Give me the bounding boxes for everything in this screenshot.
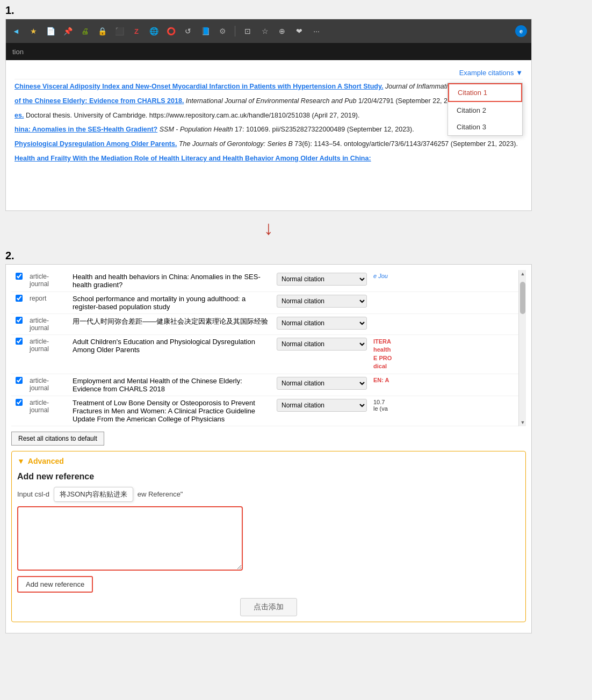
split-icon[interactable]: ⊡ — [242, 25, 254, 37]
arrow-indicator: ↓ — [5, 215, 532, 241]
citation-1-item[interactable]: Citation 1 — [448, 83, 522, 102]
input-row: Input csl-d 将JSON内容粘贴进来 ew Reference" — [17, 487, 520, 502]
box-icon[interactable]: ⬛ — [113, 25, 125, 37]
back-icon[interactable]: ◄ — [10, 25, 22, 37]
list-item: hina: Anomalies in the SES-Health Gradie… — [15, 125, 523, 135]
row-checkbox[interactable] — [16, 273, 23, 280]
article-title: Adult Children's Education and Physiolog… — [69, 335, 273, 374]
extra-info: 10.7le (va — [370, 396, 526, 426]
table-row: article-journal Health and health behavi… — [11, 270, 526, 292]
article-title: School performance and mortality in youn… — [69, 292, 273, 314]
globe-icon[interactable]: 🌐 — [148, 25, 160, 37]
row-checkbox[interactable] — [16, 317, 23, 324]
ref-detail: 17: 101069. pii/S2352827322000489 (Septe… — [235, 126, 414, 133]
reset-citations-button[interactable]: Reset all citations to default — [11, 432, 104, 446]
ref-journal: SSM - Population Health — [160, 126, 233, 133]
add-icon[interactable]: ⊕ — [276, 25, 288, 37]
ref-title[interactable]: es. — [15, 112, 24, 119]
list-item: Health and Frailty With the Mediation Ro… — [15, 154, 523, 164]
article-title: Employment and Mental Health of the Chin… — [69, 374, 273, 396]
scroll-up-arrow[interactable]: ▲ — [519, 270, 526, 278]
collections-icon[interactable]: ❤ — [293, 25, 305, 37]
scroll-down-arrow[interactable]: ▼ — [519, 419, 526, 426]
row-checkbox[interactable] — [16, 377, 23, 384]
add-reference-button[interactable]: Add new reference — [17, 576, 93, 593]
pin-icon[interactable]: 📌 — [62, 25, 74, 37]
article-title: Health and health behaviors in China: An… — [69, 270, 273, 292]
extra-info — [370, 314, 526, 335]
list-item: of the Chinese Elderly: Evidence from CH… — [15, 96, 523, 106]
article-type: report — [26, 292, 69, 314]
citation-type-select[interactable]: Normal citation In-text citation Footnot… — [277, 399, 367, 412]
edge-icon[interactable]: e — [515, 25, 527, 37]
opera-icon[interactable]: ⭕ — [165, 25, 177, 37]
row-checkbox[interactable] — [16, 295, 23, 302]
article-type: article-journal — [26, 314, 69, 335]
extra-info: EN: A — [370, 374, 526, 396]
browser-section: ◄ ★ 📄 📌 🖨 🔒 ⬛ Z 🌐 ⭕ ↺ 📘 ⚙ ⊡ ☆ ⊕ ❤ ··· e … — [5, 19, 532, 211]
list-item: Chinese Visceral Adiposity Index and New… — [15, 82, 523, 92]
citation-header: Example citations ▼ Citation 1 Citation … — [15, 65, 523, 79]
section2: article-journal Health and health behavi… — [5, 264, 532, 633]
scrollbar-track: ▲ ▼ — [518, 270, 526, 426]
table-row: article-journal 用一代人时间弥合差距——健康社会决定因素理论及其… — [11, 314, 526, 335]
placeholder-hint: ew Reference" — [138, 490, 183, 498]
advanced-header: ▼ Advanced — [17, 457, 520, 465]
citation-2-item[interactable]: Citation 2 — [448, 102, 522, 119]
extra-info: ITERAhealthE PROdical — [370, 335, 526, 374]
ref-title[interactable]: hina: Anomalies in the SES-Health Gradie… — [15, 126, 157, 133]
ref-title[interactable]: Health and Frailty With the Mediation Ro… — [15, 155, 371, 162]
article-type: article-journal — [26, 374, 69, 396]
citation-table: article-journal Health and health behavi… — [11, 270, 526, 426]
table-row: article-journal Treatment of Low Bone De… — [11, 396, 526, 426]
json-input-textarea[interactable] — [17, 506, 243, 571]
more-icon[interactable]: ··· — [311, 25, 322, 37]
list-item: Physiological Dysregulation Among Older … — [15, 139, 523, 149]
bookmark-icon[interactable]: ★ — [27, 25, 39, 37]
ref-title[interactable]: Physiological Dysregulation Among Older … — [15, 140, 177, 148]
ref-title[interactable]: of the Chinese Elderly: Evidence from CH… — [15, 97, 184, 105]
citation-type-select[interactable]: Normal citation In-text citation Footnot… — [277, 317, 367, 330]
star-icon[interactable]: ☆ — [259, 25, 271, 37]
ref-title[interactable]: Chinese Visceral Adiposity Index and New… — [15, 83, 383, 90]
citation-3-item[interactable]: Citation 3 — [448, 119, 522, 135]
address-bar: tion — [6, 43, 531, 60]
advanced-triangle-icon: ▼ — [17, 457, 25, 465]
step2-label: 2. — [0, 245, 592, 264]
print-icon[interactable]: 🖨 — [79, 25, 91, 37]
article-title: Treatment of Low Bone Density or Osteopo… — [69, 396, 273, 426]
table-row: report School performance and mortality … — [11, 292, 526, 314]
input-label: Input csl-d — [17, 490, 49, 498]
divider1 — [235, 26, 235, 37]
ref-detail: Doctoral thesis. University of Cambridge… — [26, 112, 360, 119]
article-title: 用一代人时间弥合差距——健康社会决定因素理论及其国际经验 — [69, 314, 273, 335]
citation-type-select[interactable]: Normal citation In-text citation Footnot… — [277, 377, 367, 390]
citation-type-select[interactable]: Normal citation In-text citation Footnot… — [277, 295, 367, 308]
article-type: article-journal — [26, 270, 69, 292]
gear-icon[interactable]: ⚙ — [216, 25, 228, 37]
advanced-label: Advanced — [28, 457, 64, 465]
ref-journal: International Journal of Environmental R… — [186, 97, 357, 105]
citation-type-select[interactable]: Normal citation In-text citation Footnot… — [277, 273, 367, 286]
extra-info: e Jou — [370, 270, 526, 292]
zotero-icon[interactable]: Z — [131, 25, 142, 37]
example-citations-btn[interactable]: Example citations ▼ — [459, 69, 523, 77]
citation-type-select[interactable]: Normal citation In-text citation Footnot… — [277, 338, 367, 351]
add-ref-title: Add new reference — [17, 472, 520, 482]
table-row: article-journal Adult Children's Educati… — [11, 335, 526, 374]
advanced-section: ▼ Advanced Add new reference Input csl-d… — [11, 451, 526, 622]
address-text: tion — [12, 48, 24, 56]
article-type: article-journal — [26, 396, 69, 426]
page-icon[interactable]: 📄 — [45, 25, 56, 37]
table-row: article-journal Employment and Mental He… — [11, 374, 526, 396]
list-item: es. Doctoral thesis. University of Cambr… — [15, 111, 523, 121]
lock-icon[interactable]: 🔒 — [96, 25, 108, 37]
article-type: article-journal — [26, 335, 69, 374]
browser-icon[interactable]: 📘 — [199, 25, 211, 37]
row-checkbox[interactable] — [16, 399, 23, 406]
scrollbar-thumb[interactable] — [520, 282, 525, 314]
refresh-icon[interactable]: ↺ — [182, 25, 194, 37]
citation-dropdown: Citation 1 Citation 2 Citation 3 — [447, 83, 523, 136]
add-click-button[interactable]: 点击添加 — [240, 598, 297, 616]
row-checkbox[interactable] — [16, 338, 23, 345]
